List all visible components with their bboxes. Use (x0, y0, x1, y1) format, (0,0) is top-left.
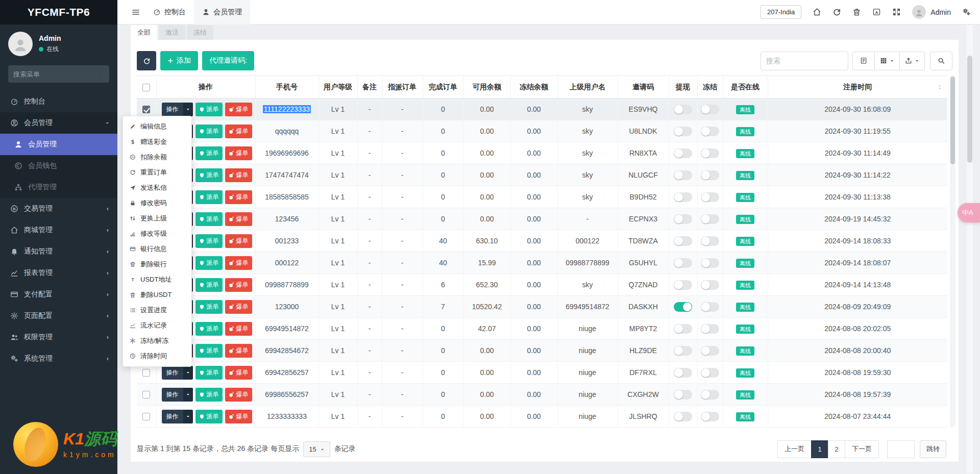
action-menu-item[interactable]: 银行信息 (123, 241, 191, 257)
action-menu-item[interactable]: 修改等级 (123, 226, 191, 241)
withdraw-toggle[interactable] (674, 302, 692, 312)
dispatch-order-button[interactable]: 派单 (195, 344, 223, 358)
per-page-dropdown[interactable]: 15 (303, 441, 330, 457)
topbar-tab[interactable]: 控制台 (145, 0, 194, 24)
freeze-toggle[interactable] (701, 280, 719, 290)
sidebar-item[interactable]: 报表管理 (0, 262, 117, 284)
burst-order-button[interactable]: 爆单 (225, 322, 252, 336)
sidebar-item[interactable]: 通知管理 (0, 241, 117, 262)
freeze-toggle[interactable] (701, 192, 719, 202)
withdraw-toggle[interactable] (674, 214, 692, 224)
column-header[interactable]: 注册时间 (768, 76, 947, 98)
select-all-checkbox[interactable] (142, 84, 150, 91)
jump-button[interactable]: 跳转 (920, 440, 946, 458)
page-jump-input[interactable] (887, 440, 915, 458)
settings-cogs-icon[interactable] (962, 8, 971, 16)
table-scrollbar-thumb[interactable] (950, 77, 955, 164)
dispatch-order-button[interactable]: 派单 (195, 410, 223, 423)
freeze-toggle[interactable] (701, 148, 719, 158)
burst-order-button[interactable]: 爆单 (225, 234, 252, 248)
action-menu-item[interactable]: 冻结/解冻 (123, 333, 191, 348)
export-button[interactable] (900, 52, 925, 70)
row-checkbox[interactable] (142, 369, 150, 377)
fullscreen-icon[interactable] (892, 8, 901, 16)
row-action-dropdown-button[interactable]: 操作 (162, 103, 193, 116)
sidebar-item[interactable]: 代理管理 (0, 177, 117, 198)
add-button[interactable]: 添加 (160, 51, 198, 70)
freeze-toggle[interactable] (701, 368, 719, 378)
table-scrollbar[interactable] (950, 76, 955, 428)
sidebar-item[interactable]: 控制台 (0, 91, 117, 112)
sidebar-item[interactable]: 交易管理 (0, 198, 117, 219)
column-header[interactable]: 完成订单 (423, 76, 463, 98)
withdraw-toggle[interactable] (674, 324, 692, 334)
freeze-toggle[interactable] (701, 105, 719, 114)
agent-invite-code-button[interactable]: 代理邀请码: (202, 51, 254, 70)
dispatch-order-button[interactable]: 派单 (195, 124, 223, 138)
sidebar-item[interactable]: 页面配置 (0, 305, 117, 327)
columns-button[interactable] (875, 52, 900, 70)
withdraw-toggle[interactable] (674, 236, 692, 246)
freeze-toggle[interactable] (701, 214, 719, 224)
action-menu-item[interactable]: 删除USDT (123, 287, 191, 303)
action-menu-item[interactable]: 重置订单 (123, 165, 191, 180)
sidebar-item[interactable]: 会员钱包 (0, 155, 117, 177)
topbar-tab[interactable]: 会员管理 (194, 0, 250, 24)
sidebar-item[interactable]: 会员管理 (0, 112, 117, 134)
sort-icon[interactable] (937, 84, 942, 91)
freeze-toggle[interactable] (701, 412, 719, 421)
action-menu-item[interactable]: 流水记录 (123, 318, 191, 333)
withdraw-toggle[interactable] (674, 170, 692, 180)
withdraw-toggle[interactable] (674, 368, 692, 378)
sidebar-item[interactable]: 商城管理 (0, 219, 117, 241)
dispatch-order-button[interactable]: 派单 (195, 278, 223, 292)
withdraw-toggle[interactable] (674, 148, 692, 158)
translate-float-button[interactable]: 中A (958, 203, 980, 222)
withdraw-toggle[interactable] (674, 127, 692, 136)
burst-order-button[interactable]: 爆单 (225, 366, 252, 380)
action-menu-item[interactable]: 扣除余额 (123, 149, 191, 165)
page-1-button[interactable]: 1 (811, 440, 828, 458)
region-select[interactable]: 207-India (761, 5, 801, 19)
topbar-user[interactable]: Admin (912, 5, 951, 19)
row-action-dropdown-button[interactable]: 操作 (162, 410, 193, 423)
action-menu-item[interactable]: 修改密码 (123, 195, 191, 211)
freeze-toggle[interactable] (701, 236, 719, 246)
burst-order-button[interactable]: 爆单 (225, 190, 252, 204)
column-header[interactable]: 操作 (156, 76, 255, 98)
column-header[interactable]: 是否在线 (723, 76, 768, 98)
refresh-icon[interactable] (832, 8, 841, 16)
action-menu-item[interactable]: 删除银行 (123, 257, 191, 272)
action-menu-item[interactable]: 清除时间 (123, 348, 191, 364)
burst-order-button[interactable]: 爆单 (225, 168, 252, 182)
column-header[interactable]: 可用余额 (463, 76, 510, 98)
action-menu-item[interactable]: 设置进度 (123, 303, 191, 318)
row-action-dropdown-button[interactable]: 操作 (162, 388, 193, 402)
home-icon[interactable] (813, 8, 821, 16)
burst-order-button[interactable]: 爆单 (225, 212, 252, 226)
filter-tab[interactable]: 激活 (159, 25, 185, 40)
dispatch-order-button[interactable]: 派单 (195, 256, 223, 270)
filter-tab[interactable]: 全部 (131, 25, 157, 40)
burst-order-button[interactable]: 爆单 (225, 124, 252, 138)
freeze-toggle[interactable] (701, 302, 719, 312)
trash-icon[interactable] (852, 8, 861, 16)
page-scrollbar[interactable] (967, 25, 973, 473)
freeze-toggle[interactable] (701, 127, 719, 136)
row-checkbox[interactable] (142, 413, 150, 420)
freeze-toggle[interactable] (701, 258, 719, 268)
withdraw-toggle[interactable] (674, 412, 692, 421)
burst-order-button[interactable]: 爆单 (225, 410, 252, 423)
prev-page-button[interactable]: 上一页 (777, 440, 812, 458)
dispatch-order-button[interactable]: 派单 (195, 212, 223, 226)
action-menu-item[interactable]: 发送私信 (123, 180, 191, 195)
refresh-button[interactable] (137, 51, 156, 70)
burst-order-button[interactable]: 爆单 (225, 388, 252, 402)
dispatch-order-button[interactable]: 派单 (195, 366, 223, 380)
burst-order-button[interactable]: 爆单 (225, 146, 252, 160)
dispatch-order-button[interactable]: 派单 (195, 168, 223, 182)
freeze-toggle[interactable] (701, 346, 719, 356)
row-action-dropdown-button[interactable]: 操作 (162, 366, 193, 380)
freeze-toggle[interactable] (701, 170, 719, 180)
search-icon[interactable] (103, 70, 104, 78)
